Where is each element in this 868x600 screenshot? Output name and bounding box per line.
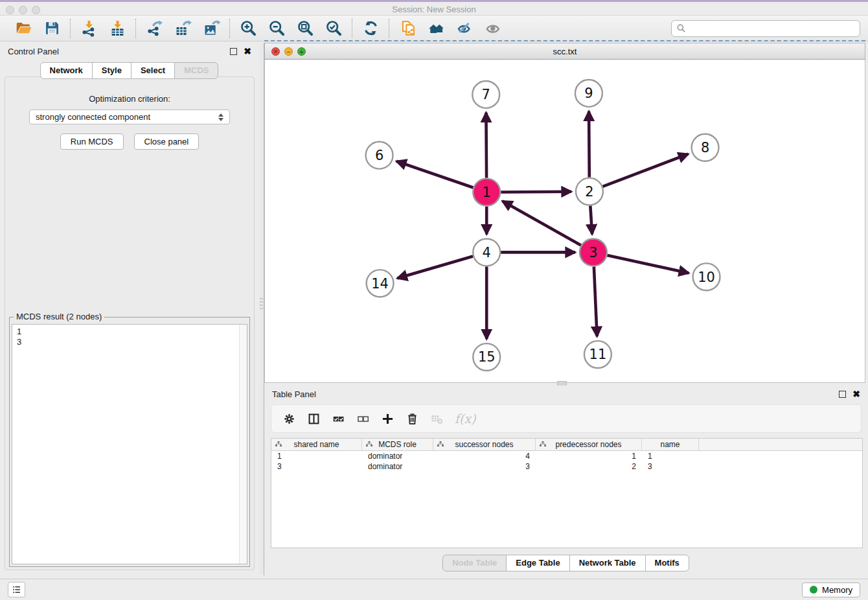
import-table-button[interactable] (106, 17, 128, 40)
zoom-in-icon (240, 19, 257, 37)
table-header-row: shared nameMCDS rolesuccessor nodesprede… (271, 439, 862, 451)
save-session-button[interactable] (41, 17, 63, 40)
criterion-dropdown[interactable]: strongly connected component (29, 110, 230, 124)
splitter-grip[interactable] (260, 298, 263, 310)
column-header-name[interactable]: name (642, 439, 699, 450)
task-history-button[interactable] (8, 582, 25, 597)
table-settings-button[interactable] (282, 412, 296, 426)
table-cell[interactable]: 1 (642, 452, 699, 461)
graph-edge-1-6[interactable] (396, 161, 473, 188)
search-input[interactable] (689, 23, 855, 33)
new-network-from-selection-button[interactable] (396, 17, 418, 40)
search-box[interactable] (671, 20, 860, 37)
table-tab-network-table[interactable]: Network Table (569, 555, 646, 571)
main-toolbar (0, 16, 868, 41)
column-type-icon (539, 441, 547, 448)
table-cell[interactable]: dominator (362, 452, 433, 461)
float-table-panel-icon[interactable] (839, 391, 846, 398)
graph-edge-2-3[interactable] (590, 206, 592, 235)
toggle-columns-button[interactable] (307, 412, 321, 426)
network-canvas[interactable]: 7968124314101511 (264, 60, 865, 383)
column-header-successor-nodes[interactable]: successor nodes (433, 439, 536, 450)
table-panel-title: Table Panel (272, 389, 316, 399)
float-panel-icon[interactable] (230, 48, 237, 55)
table-cell[interactable]: 1 (271, 452, 362, 461)
mcds-panel: Optimization criterion: strongly connect… (5, 76, 255, 570)
toolbar-group (71, 17, 135, 40)
tab-mcds[interactable]: MCDS (174, 62, 218, 79)
network-graph[interactable]: 7968124314101511 (265, 60, 865, 382)
zoom-selected-icon (325, 19, 343, 37)
column-header-shared-name[interactable]: shared name (271, 439, 362, 450)
table-cell[interactable]: 1 (536, 452, 642, 461)
table-cell[interactable]: 3 (271, 462, 362, 471)
graph-edge-2-8[interactable] (602, 154, 688, 187)
graph-edge-1-2[interactable] (501, 192, 571, 192)
graph-edge-3-1[interactable] (503, 201, 581, 245)
run-mcds-button[interactable]: Run MCDS (60, 133, 124, 150)
mcds-result-textarea[interactable]: 13 (12, 324, 247, 564)
table-cell[interactable]: dominator (362, 462, 433, 471)
hide-selected-button[interactable] (453, 17, 475, 40)
column-header-predecessor-nodes[interactable]: predecessor nodes (536, 439, 642, 450)
zoom-in-button[interactable] (237, 17, 259, 40)
table-cell[interactable]: 3 (642, 462, 699, 471)
zoom-selected-button[interactable] (323, 17, 345, 40)
graph-edge-1-7[interactable] (486, 113, 486, 178)
add-column-button[interactable] (381, 412, 394, 426)
export-network-icon (146, 19, 163, 37)
graph-edge-2-9[interactable] (589, 111, 589, 178)
table-cell[interactable]: 2 (536, 462, 642, 471)
delete-columns-button[interactable] (405, 412, 419, 426)
table-tab-motifs[interactable]: Motifs (645, 555, 689, 571)
table-cell[interactable]: 3 (433, 462, 536, 471)
control-panel: Control Panel ✖ NetworkStyleSelectMCDS O… (0, 43, 259, 575)
network-frame-titlebar[interactable]: ✕ − + scc.txt (264, 43, 865, 60)
panel-splitter-vertical[interactable] (259, 43, 264, 575)
table-tab-edge-table[interactable]: Edge Table (506, 555, 569, 571)
select-all-rows-button[interactable] (332, 412, 345, 426)
node-table[interactable]: shared nameMCDS rolesuccessor nodesprede… (271, 438, 863, 548)
graph-edge-4-14[interactable] (397, 257, 473, 279)
column-header-mcds-role[interactable]: MCDS role (362, 439, 433, 450)
show-all-icon (485, 19, 502, 37)
close-table-panel-icon[interactable]: ✖ (852, 389, 860, 398)
import-network-button[interactable] (78, 17, 100, 40)
close-panel-icon[interactable]: ✖ (244, 47, 251, 56)
control-panel-tabbar: NetworkStyleSelectMCDS (0, 62, 259, 79)
session-title: Session: New Session (0, 5, 868, 14)
refresh-view-button[interactable] (360, 17, 382, 40)
new-network-from-selection-icon (399, 19, 417, 37)
table-tab-node-table[interactable]: Node Table (442, 555, 507, 571)
zoom-out-button[interactable] (266, 17, 288, 40)
table-row[interactable]: 1dominator411 (271, 451, 862, 461)
table-cell[interactable]: 4 (433, 452, 536, 461)
toolbar-group (389, 17, 511, 40)
show-all-button[interactable] (482, 17, 504, 40)
open-session-button[interactable] (12, 17, 34, 40)
mcds-result-group: MCDS result (2 nodes) 13 (9, 317, 250, 567)
export-table-button[interactable] (172, 17, 194, 40)
graph-edge-3-11[interactable] (594, 266, 597, 336)
hide-selected-icon (456, 19, 474, 37)
tab-select[interactable]: Select (131, 62, 175, 79)
graph-node-label-9: 9 (584, 86, 593, 101)
dropdown-stepper-icon (218, 113, 223, 121)
deselect-all-rows-button[interactable] (356, 412, 370, 426)
zoom-fit-button[interactable] (294, 17, 316, 40)
save-session-icon (43, 19, 61, 37)
memory-button[interactable]: Memory (802, 583, 860, 597)
tab-network[interactable]: Network (40, 62, 93, 79)
graph-edge-3-10[interactable] (607, 255, 689, 273)
graph-node-label-1: 1 (483, 185, 491, 200)
application-window: Session: New Session Control Panel ✖ Net… (0, 0, 868, 600)
first-neighbors-icon (428, 19, 445, 37)
export-image-button[interactable] (200, 17, 222, 40)
first-neighbors-button[interactable] (425, 17, 447, 40)
export-network-button[interactable] (143, 17, 165, 40)
result-scrollbar[interactable] (239, 325, 247, 564)
table-row[interactable]: 3dominator323 (271, 461, 862, 472)
tab-style[interactable]: Style (92, 62, 131, 79)
close-panel-button[interactable]: Close panel (134, 133, 200, 150)
select-all-rows-icon (332, 412, 345, 426)
